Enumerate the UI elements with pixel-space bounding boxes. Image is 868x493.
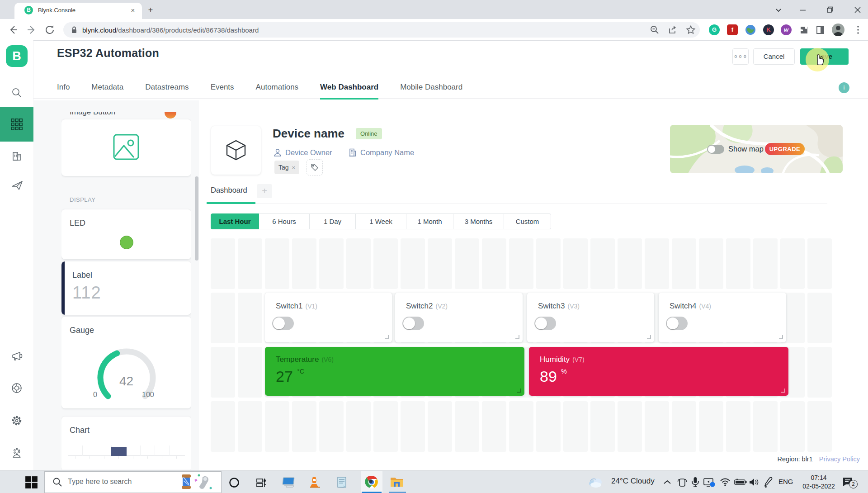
devices-icon[interactable] [11,180,22,191]
upgrade-badge[interactable]: UPGRADE [765,143,805,155]
add-dashboard-tab-button[interactable]: + [257,184,272,198]
battery-icon[interactable] [734,479,747,486]
tab-events[interactable]: Events [211,77,234,100]
settings-gear-icon[interactable] [11,415,22,426]
cast-screen-icon[interactable] [703,478,715,488]
browser-menu-icon[interactable] [854,24,863,35]
phone-link-icon[interactable] [677,478,687,488]
back-icon[interactable] [7,24,19,36]
info-icon[interactable]: i [839,82,849,93]
sidebar-item-dashboards[interactable] [0,107,33,142]
side-panel-icon[interactable] [816,25,825,35]
tab-datastreams[interactable]: Datastreams [145,77,189,100]
search-icon[interactable] [11,87,22,98]
time-range-1-month[interactable]: 1 Month [406,213,453,229]
resize-handle[interactable] [515,335,519,339]
resize-handle[interactable] [781,389,785,393]
pen-icon[interactable] [763,477,773,488]
blynk-logo[interactable]: B [6,45,28,67]
switch4-toggle[interactable] [666,317,688,330]
reload-icon[interactable] [44,24,56,36]
minimize-button[interactable] [797,5,808,15]
weather-icon[interactable] [588,475,603,488]
dashboard-subtab[interactable]: Dashboard [211,186,247,194]
opera-taskbar-icon[interactable] [229,477,240,488]
panel-scrollbar[interactable] [195,176,198,261]
cancel-button[interactable]: Cancel [753,48,795,65]
time-range-1-week[interactable]: 1 Week [356,213,406,229]
tab-web-dashboard[interactable]: Web Dashboard [320,77,378,100]
tab-close-icon[interactable]: × [128,6,137,15]
restore-button[interactable] [825,5,835,15]
globe-extension-icon[interactable] [745,24,756,35]
add-tag-button[interactable] [307,159,323,175]
label-widget[interactable]: Label 112 [61,261,191,315]
humidity-widget[interactable]: Humidity(V7) 89 % [529,347,788,396]
k-extension-icon[interactable]: K [763,24,774,35]
resize-handle[interactable] [385,335,389,339]
announcements-icon[interactable] [11,351,22,362]
pc-taskbar-icon[interactable] [282,476,296,489]
explorer-taskbar-icon[interactable] [390,476,404,488]
organization-icon[interactable] [11,151,22,161]
chrome-taskbar-icon[interactable] [365,475,378,489]
volume-icon[interactable] [749,478,760,487]
resize-handle[interactable] [517,389,521,393]
time-range-6-hours[interactable]: 6 Hours [259,213,310,229]
time-range-1-day[interactable]: 1 Day [310,213,356,229]
led-widget[interactable]: LED [61,209,191,259]
notepad-taskbar-icon[interactable] [335,476,348,488]
forward-icon[interactable] [26,24,38,36]
time-range-3-months[interactable]: 3 Months [453,213,504,229]
tag-remove-icon[interactable]: × [292,164,296,171]
flash-extension-icon[interactable]: f [727,24,738,35]
time-range-custom[interactable]: Custom [504,213,551,229]
tray-expand-icon[interactable] [663,479,672,486]
share-icon[interactable] [668,25,678,35]
browser-tab[interactable] [14,3,142,19]
language-indicator[interactable]: ENG [778,478,793,485]
image-button-widget[interactable] [61,119,191,176]
profile-avatar[interactable] [832,24,844,36]
switch2-toggle[interactable] [402,317,424,330]
search-highlights-icon[interactable] [179,474,215,491]
switch3-toggle[interactable] [534,317,556,330]
window-close-button[interactable] [852,5,863,15]
temperature-widget[interactable]: Temperature(V6) 27 °C [265,347,524,396]
bookmark-star-icon[interactable] [686,25,696,35]
company-name-link[interactable]: Company Name [348,148,414,157]
user-profile-icon[interactable] [11,448,22,459]
switch3-widget[interactable]: Switch3(V3) [527,293,654,342]
start-button[interactable] [25,476,38,489]
gauge-widget[interactable]: Gauge 42 0 100 [61,317,191,408]
resize-handle[interactable] [779,335,783,339]
grammarly-extension-icon[interactable]: G [709,24,720,35]
tab-info[interactable]: Info [57,77,70,100]
tab-mobile-dashboard[interactable]: Mobile Dashboard [400,77,462,100]
switch4-widget[interactable]: Switch4(V4) [659,293,786,342]
time-range-last-hour[interactable]: Last Hour [211,213,259,229]
tab-search-icon[interactable] [773,5,784,15]
tag-chip[interactable]: Tag× [274,161,299,174]
vlc-taskbar-icon[interactable] [308,475,320,489]
microphone-icon[interactable] [691,477,700,488]
show-map-toggle[interactable] [707,145,724,154]
resize-handle[interactable] [647,335,651,339]
tab-metadata[interactable]: Metadata [91,77,123,100]
chart-widget[interactable]: Chart [61,417,191,469]
zoom-out-icon[interactable] [650,25,660,35]
switch2-widget[interactable]: Switch2(V2) [395,293,523,342]
privacy-policy-link[interactable]: Privacy Policy [819,455,860,463]
task-view-icon[interactable] [256,477,267,488]
more-options-button[interactable]: o o o [732,48,749,65]
switch1-toggle[interactable] [272,317,294,330]
w-extension-icon[interactable]: w [781,24,792,35]
switch1-widget[interactable]: Switch1(V1) [265,293,392,342]
weather-label[interactable]: 24°C Cloudy [611,477,655,486]
device-owner-link[interactable]: Device Owner [273,148,332,157]
support-icon[interactable] [11,383,22,393]
tab-automations[interactable]: Automations [256,77,299,100]
new-tab-button[interactable]: + [146,5,156,15]
clock[interactable]: 07:1402-05-2022 [799,474,838,491]
extensions-puzzle-icon[interactable] [799,25,809,35]
